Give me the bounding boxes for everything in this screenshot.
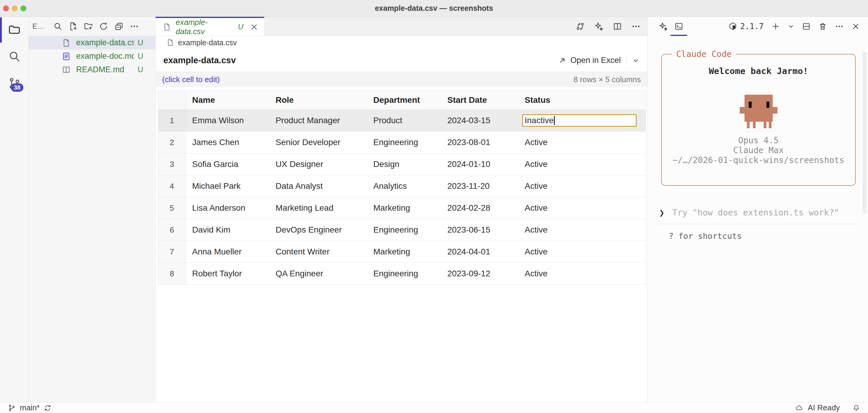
table-cell[interactable]: Emma Wilson (186, 110, 270, 132)
table-row[interactable]: 6 David Kim DevOps Engineer Engineering … (158, 219, 646, 241)
breadcrumb[interactable]: example-data.csv (156, 36, 647, 49)
zoom-window-button[interactable] (20, 5, 26, 11)
table-cell[interactable]: Design (367, 154, 441, 175)
table-cell[interactable]: Active (519, 154, 646, 175)
new-session-icon[interactable] (771, 22, 780, 31)
table-cell[interactable]: Analytics (367, 175, 441, 197)
close-window-button[interactable] (3, 5, 9, 11)
table-cell[interactable]: Data Analyst (270, 175, 367, 197)
table-cell[interactable]: 2023-06-15 (441, 219, 519, 241)
breadcrumb-item[interactable]: example-data.csv (178, 38, 237, 47)
table-cell[interactable]: 2024-02-28 (441, 197, 519, 219)
table-cell[interactable]: Engineering (367, 263, 441, 285)
table-cell[interactable]: Content Writer (270, 241, 367, 263)
tab-example-data-csv[interactable]: example-data.csv U (156, 17, 265, 36)
table-cell[interactable]: Active (519, 219, 646, 241)
table-cell[interactable]: Active (519, 132, 646, 154)
table-cell[interactable]: Active (519, 241, 646, 263)
column-header[interactable]: Department (367, 91, 441, 110)
open-in-excel-button[interactable]: Open in Excel (558, 56, 621, 65)
close-panel-icon[interactable] (851, 22, 860, 31)
table-cell[interactable]: Product Manager (270, 110, 367, 132)
table-cell[interactable]: Michael Park (186, 175, 270, 197)
table-cell[interactable]: 2023-11-20 (441, 175, 519, 197)
file-item-readme-md[interactable]: README.md U (29, 63, 155, 76)
minimize-window-button[interactable] (12, 5, 18, 11)
table-cell[interactable]: 2024-04-01 (441, 241, 519, 263)
table-cell[interactable]: 2023-09-12 (441, 263, 519, 285)
column-header[interactable]: Start Date (441, 91, 519, 110)
close-tab-icon[interactable] (250, 23, 259, 31)
table-cell[interactable]: Anna Mueller (186, 241, 270, 263)
file-item-example-data-csv[interactable]: example-data.csv U (29, 36, 155, 50)
table-cell[interactable]: Robert Taylor (186, 263, 270, 285)
row-number[interactable]: 7 (158, 241, 186, 263)
table-cell[interactable]: Marketing Lead (270, 197, 367, 219)
table-cell[interactable]: 2024-03-15 (441, 110, 519, 132)
table-cell[interactable]: Active (519, 197, 646, 219)
table-cell[interactable]: Inactive (519, 110, 646, 132)
table-cell[interactable]: Engineering (367, 132, 441, 154)
more-actions-icon[interactable] (835, 22, 844, 31)
panel-tab-terminal[interactable] (671, 17, 687, 36)
table-cell[interactable]: Marketing (367, 241, 441, 263)
table-row[interactable]: 5 Lisa Anderson Marketing Lead Marketing… (158, 197, 646, 219)
column-header[interactable]: Role (270, 91, 367, 110)
ai-status-label[interactable]: AI Ready (808, 403, 840, 412)
table-row[interactable]: 7 Anna Mueller Content Writer Marketing … (158, 241, 646, 263)
sync-icon[interactable] (44, 404, 52, 412)
new-folder-icon[interactable] (84, 22, 93, 31)
table-row[interactable]: 2 James Chen Senior Developer Engineerin… (158, 132, 646, 154)
table-cell[interactable]: Marketing (367, 197, 441, 219)
git-branch-icon[interactable] (8, 404, 16, 412)
trash-icon[interactable] (818, 22, 827, 31)
table-cell[interactable]: Engineering (367, 219, 441, 241)
open-changes-icon[interactable] (576, 22, 585, 31)
table-row[interactable]: 3 Sofia Garcia UX Designer Design 2024-0… (158, 154, 646, 175)
table-cell[interactable]: DevOps Engineer (270, 219, 367, 241)
table-cell[interactable]: UX Designer (270, 154, 367, 175)
collapse-folders-icon[interactable] (114, 22, 124, 31)
search-icon[interactable] (8, 50, 21, 63)
row-number[interactable]: 5 (158, 197, 186, 219)
row-number[interactable]: 2 (158, 132, 186, 154)
scrollbar[interactable] (863, 52, 867, 213)
split-panel-icon[interactable] (802, 22, 811, 31)
table-row[interactable]: 1 Emma Wilson Product Manager Product 20… (158, 110, 646, 132)
table-cell[interactable]: Product (367, 110, 441, 132)
new-file-icon[interactable] (68, 22, 78, 31)
more-actions-icon[interactable] (129, 22, 139, 31)
table-row[interactable]: 4 Michael Park Data Analyst Analytics 20… (158, 175, 646, 197)
row-number[interactable]: 8 (158, 263, 186, 285)
table-cell[interactable]: 2023-08-01 (441, 132, 519, 154)
edit-hint-link[interactable]: (click cell to edit) (162, 75, 220, 84)
claude-prompt-input[interactable]: ❯ Try "how does extension.ts work?" (659, 208, 859, 218)
row-number[interactable]: 1 (158, 110, 186, 132)
panel-tab-sparkle[interactable] (655, 17, 671, 36)
table-cell[interactable]: Senior Developer (270, 132, 367, 154)
column-header[interactable]: Name (186, 91, 270, 110)
table-cell[interactable]: 2024-01-10 (441, 154, 519, 175)
row-number[interactable]: 4 (158, 175, 186, 197)
chevron-down-icon[interactable] (788, 23, 794, 30)
sparkle-icon[interactable] (594, 22, 603, 31)
cell-edit-input[interactable]: Inactive (522, 114, 637, 127)
explorer-icon[interactable] (8, 23, 21, 37)
table-row[interactable]: 8 Robert Taylor QA Engineer Engineering … (158, 263, 646, 285)
search-files-icon[interactable] (53, 22, 63, 31)
table-cell[interactable]: QA Engineer (270, 263, 367, 285)
chevron-down-icon[interactable] (632, 57, 640, 64)
table-cell[interactable]: Active (519, 175, 646, 197)
git-branch-label[interactable]: main* (20, 403, 39, 412)
refresh-icon[interactable] (99, 22, 108, 31)
row-number[interactable]: 6 (158, 219, 186, 241)
file-item-example-doc-md[interactable]: example-doc.md U (29, 50, 155, 63)
row-number[interactable]: 3 (158, 154, 186, 175)
table-cell[interactable]: Active (519, 263, 646, 285)
table-cell[interactable]: Lisa Anderson (186, 197, 270, 219)
more-actions-icon[interactable] (631, 22, 641, 31)
split-editor-icon[interactable] (613, 22, 622, 31)
table-cell[interactable]: James Chen (186, 132, 270, 154)
column-header[interactable]: Status (519, 91, 646, 110)
notifications-bell-icon[interactable] (852, 404, 860, 412)
